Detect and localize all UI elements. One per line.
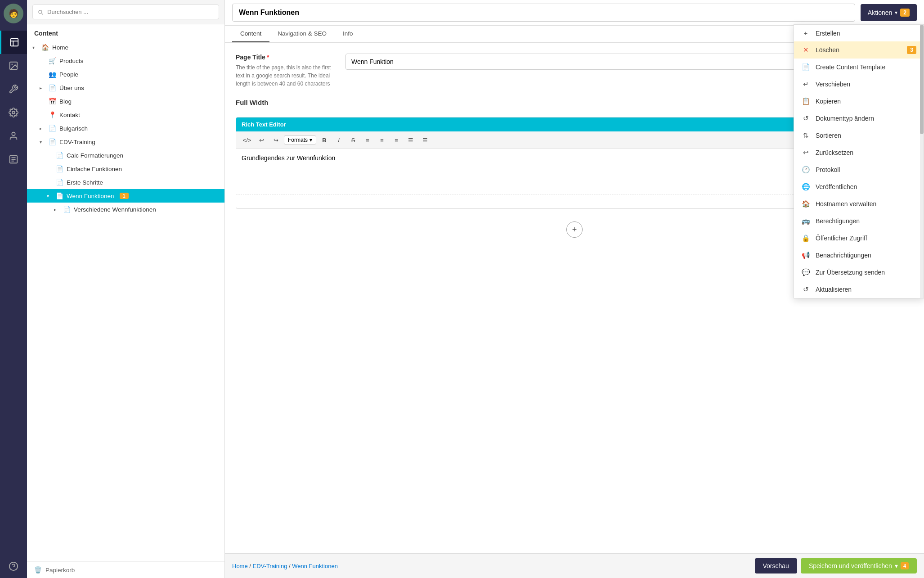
zuruecksetzen-label: Zurücksetzen [816, 149, 853, 156]
help-icon [9, 561, 18, 571]
tree-item-people[interactable]: 👥 People [27, 68, 224, 81]
rte-formats-label: Formats [288, 137, 308, 143]
rte-formats-arrow: ▾ [309, 137, 312, 143]
tree-label-edv-training: EDV-Training [59, 139, 95, 145]
tree-label-wenn-funktionen: Wenn Funktionen [67, 193, 114, 199]
sidebar-item-gear[interactable] [0, 101, 27, 124]
rte-italic-btn[interactable]: I [332, 134, 345, 146]
dropdown-item-create-content-template[interactable]: 📄 Create Content Template [794, 59, 924, 76]
rte-code-btn[interactable]: </> [241, 134, 253, 146]
benachrichtigungen-icon: 📢 [801, 251, 810, 259]
products-icon: 🛒 [48, 56, 57, 65]
breadcrumb-home[interactable]: Home [232, 563, 248, 569]
rte-align-left-btn[interactable]: ≡ [361, 134, 374, 146]
breadcrumb-edv-training[interactable]: EDV-Training [253, 563, 287, 569]
tree-item-blog[interactable]: 📅 Blog [27, 95, 224, 108]
tree-item-ueber-uns[interactable]: ▸ 📄 Über uns [27, 81, 224, 95]
tree-item-edv-training[interactable]: ▾ 📄 EDV-Training [27, 135, 224, 149]
tree-item-erste-schritte[interactable]: 📄 Erste Schritte [27, 176, 224, 189]
tree-item-einfache[interactable]: 📄 Einfache Funktionen [27, 162, 224, 176]
content-icon [9, 37, 19, 47]
protokoll-label: Protokoll [816, 166, 840, 173]
berechtigungen-label: Berechtigungen [816, 217, 860, 225]
arrow-verschiedene: ▸ [54, 207, 59, 212]
rte-bold-btn[interactable]: B [318, 134, 331, 146]
tree-item-kontakt[interactable]: 📍 Kontakt [27, 108, 224, 122]
blog-icon: 📅 [48, 97, 57, 106]
arrow-wenn: ▾ [47, 194, 52, 199]
sidebar-item-forms[interactable] [0, 148, 27, 171]
sidebar-item-user[interactable] [0, 124, 27, 148]
rte-undo-btn[interactable]: ↩ [255, 134, 268, 146]
dropdown-item-benachrichtigungen[interactable]: 📢 Benachrichtigungen [794, 247, 924, 264]
media-icon [9, 61, 18, 71]
dropdown-item-aktualisieren[interactable]: ↺ Aktualisieren [794, 281, 924, 298]
actions-dropdown-menu: + Erstellen ✕ Löschen 3 📄 Create Content… [794, 24, 924, 298]
wenn-icon: 📄 [55, 191, 64, 200]
rte-align-center-btn[interactable]: ≡ [376, 134, 388, 146]
tab-info[interactable]: Info [335, 26, 361, 42]
dropdown-item-dokumenttyp[interactable]: ↺ Dokumenttyp ändern [794, 110, 924, 127]
breadcrumb-wenn-funktionen[interactable]: Wenn Funktionen [292, 563, 338, 569]
dropdown-item-loeschen[interactable]: ✕ Löschen 3 [794, 41, 924, 59]
search-input[interactable] [32, 5, 219, 19]
dropdown-item-zuruecksetzen[interactable]: ↩ Zurücksetzen [794, 144, 924, 161]
tree-item-products[interactable]: 🛒 Products [27, 54, 224, 68]
dropdown-scrollbar[interactable] [920, 25, 924, 298]
rte-ordered-list-btn[interactable]: ☰ [419, 134, 431, 146]
rte-formats-dropdown[interactable]: Formats ▾ [284, 135, 316, 144]
sidebar-item-content[interactable] [0, 31, 27, 54]
dropdown-item-sortieren[interactable]: ⇅ Sortieren [794, 127, 924, 144]
publish-button[interactable]: Speichern und veröffentlichen ▾ 4 [801, 558, 917, 573]
verschieben-icon: ↵ [801, 80, 810, 88]
top-bar: Aktionen ▾ 2 [225, 0, 924, 26]
scrollbar-thumb [920, 25, 924, 134]
tree-item-wenn-funktionen[interactable]: ▾ 📄 Wenn Funktionen 1 [27, 189, 224, 203]
sortieren-icon: ⇅ [801, 131, 810, 140]
erstellen-icon: + [801, 29, 810, 37]
actions-button[interactable]: Aktionen ▾ 2 [861, 4, 917, 21]
dropdown-item-uebersetzung[interactable]: 💬 Zur Übersetzung senden [794, 264, 924, 281]
add-section-button[interactable]: + [566, 221, 583, 238]
tree-label-people: People [59, 71, 78, 78]
svg-point-4 [11, 63, 13, 65]
sidebar-icons: 🧑 [0, 0, 27, 578]
protokoll-icon: 🕐 [801, 166, 810, 174]
calc-icon: 📄 [55, 151, 64, 160]
dropdown-item-oeffentlicher-zugriff[interactable]: 🔒 Öffentlicher Zugriff [794, 230, 924, 247]
dropdown-item-hostnamen[interactable]: 🏠 Hostnamen verwalten [794, 195, 924, 212]
sidebar-item-help[interactable] [0, 555, 27, 578]
sidebar-item-media[interactable] [0, 54, 27, 77]
loeschen-icon: ✕ [801, 46, 810, 54]
verschieben-label: Verschieben [816, 81, 850, 88]
dropdown-item-erstellen[interactable]: + Erstellen [794, 25, 924, 41]
svg-point-6 [12, 132, 15, 135]
dropdown-item-kopieren[interactable]: 📋 Kopieren [794, 93, 924, 110]
tree-item-bulgarisch[interactable]: ▸ 📄 Bulgarisch [27, 122, 224, 135]
bulgarisch-icon: 📄 [48, 124, 57, 133]
rte-align-right-btn[interactable]: ≡ [390, 134, 403, 146]
tree-item-verschiedene[interactable]: ▸ 📄 Verschiedene Wennfunktionen [27, 203, 224, 216]
rte-redo-btn[interactable]: ↪ [269, 134, 282, 146]
avatar[interactable]: 🧑 [4, 4, 23, 23]
berechtigungen-icon: 🚌 [801, 217, 810, 225]
tree-label-home: Home [52, 44, 68, 51]
dropdown-item-berechtigungen[interactable]: 🚌 Berechtigungen [794, 212, 924, 230]
tree-item-calc[interactable]: 📄 Calc Formatierungen [27, 149, 224, 162]
rte-strikethrough-btn[interactable]: S [347, 134, 359, 146]
dropdown-item-verschieben[interactable]: ↵ Verschieben [794, 76, 924, 93]
tree-item-home[interactable]: ▾ 🏠 Home [27, 41, 224, 54]
trash-item[interactable]: 🗑️ Papierkorb [27, 561, 224, 578]
sidebar-item-settings[interactable] [0, 77, 27, 101]
tab-content[interactable]: Content [232, 26, 269, 42]
tab-navigation-seo[interactable]: Navigation & SEO [269, 26, 335, 42]
home-icon: 🏠 [40, 43, 49, 52]
field-label-col-page-title: Page Title* The title of the page, this … [236, 54, 335, 88]
actions-label: Aktionen [868, 9, 892, 16]
dropdown-item-veroeffentlichen[interactable]: 🌐 Veröffentlichen [794, 178, 924, 195]
people-icon: 👥 [48, 70, 57, 79]
page-title-input[interactable] [232, 4, 855, 22]
rte-unordered-list-btn[interactable]: ☰ [404, 134, 417, 146]
dropdown-item-protokoll[interactable]: 🕐 Protokoll [794, 161, 924, 178]
preview-button[interactable]: Vorschau [755, 558, 797, 573]
